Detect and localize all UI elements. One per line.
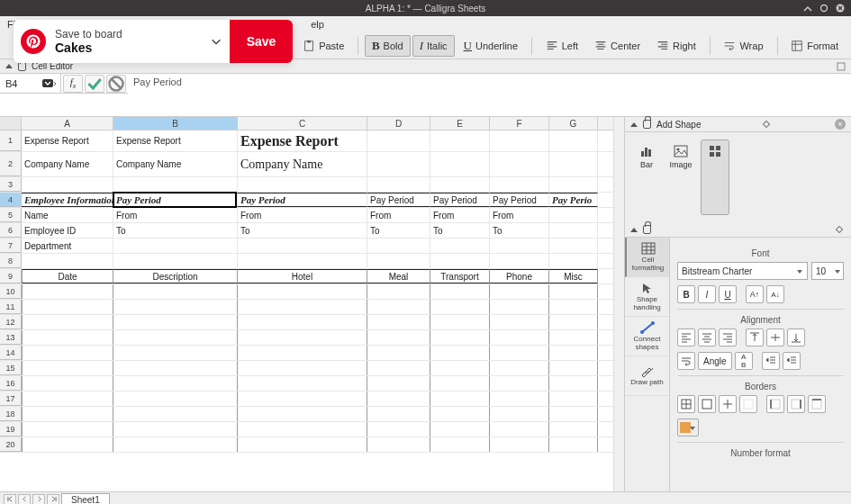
cell[interactable] <box>238 284 367 299</box>
menu-help[interactable]: elp <box>311 19 324 30</box>
cell[interactable] <box>549 361 598 375</box>
cell[interactable] <box>113 422 238 436</box>
row-header[interactable]: 2 <box>0 152 22 176</box>
cell[interactable]: Date <box>22 269 113 284</box>
row-header[interactable]: 20 <box>0 437 22 452</box>
cell[interactable] <box>430 254 490 268</box>
cell[interactable]: Phone <box>490 269 549 284</box>
valign-top-button[interactable] <box>746 328 764 346</box>
font-family-select[interactable]: Bitstream Charter <box>677 262 808 280</box>
cell[interactable] <box>238 330 367 345</box>
cell[interactable] <box>549 284 598 299</box>
border-top-button[interactable] <box>808 395 826 413</box>
cell[interactable] <box>238 238 367 253</box>
align-left-button[interactable]: Left <box>539 35 585 57</box>
cell[interactable] <box>367 254 430 268</box>
cell[interactable] <box>490 376 549 391</box>
cell[interactable] <box>549 376 598 391</box>
row-header[interactable]: 8 <box>0 254 22 268</box>
cell[interactable]: Meal <box>367 269 430 284</box>
col-header-g[interactable]: G <box>549 117 598 130</box>
expand-icon[interactable] <box>630 122 638 127</box>
font-underline-button[interactable]: U <box>719 285 737 303</box>
close-icon[interactable] <box>837 62 846 71</box>
cell[interactable] <box>549 152 598 176</box>
cell[interactable]: To <box>367 223 430 238</box>
cell[interactable] <box>430 407 490 421</box>
italic-button[interactable]: I Italic <box>412 35 455 57</box>
vertical-scrollbar[interactable] <box>613 117 624 491</box>
cell[interactable]: Pay Period <box>430 193 490 207</box>
detach-icon[interactable] <box>763 121 770 128</box>
cell[interactable] <box>113 346 238 360</box>
shape-image[interactable]: Image <box>666 140 695 215</box>
cell[interactable] <box>549 238 598 253</box>
cell[interactable] <box>113 392 238 406</box>
shape-grid[interactable] <box>701 140 729 215</box>
cell[interactable]: Company Name <box>113 152 238 176</box>
cell[interactable]: Pay Period <box>490 193 549 207</box>
cell[interactable] <box>490 346 549 360</box>
cell[interactable]: Pay Period <box>113 193 238 207</box>
cell[interactable] <box>238 177 367 192</box>
col-header-e[interactable]: E <box>430 117 490 130</box>
angle-button[interactable]: Angle <box>698 352 732 370</box>
cell[interactable] <box>549 392 598 406</box>
sheet-nav-last[interactable] <box>47 494 59 505</box>
cell[interactable] <box>367 407 430 421</box>
side-cell-formatting[interactable]: Cell formatting <box>625 238 669 277</box>
cell[interactable] <box>490 315 549 329</box>
halign-center-button[interactable] <box>698 328 716 346</box>
cell-reference-input[interactable]: B4 <box>0 74 61 94</box>
cell[interactable]: To <box>430 223 490 238</box>
cell[interactable] <box>113 300 238 314</box>
close-icon[interactable]: × <box>835 119 846 130</box>
cell[interactable] <box>367 392 430 406</box>
cell[interactable] <box>367 238 430 253</box>
row-header[interactable]: 9 <box>0 269 22 284</box>
cell[interactable] <box>113 407 238 421</box>
wrap-text-button[interactable] <box>677 352 695 370</box>
cell[interactable] <box>238 407 367 421</box>
row-header[interactable]: 18 <box>0 407 22 421</box>
cell[interactable]: Expense Report <box>113 130 238 151</box>
cell[interactable] <box>430 284 490 299</box>
cell[interactable]: Pay Period <box>367 193 430 207</box>
border-color-select[interactable] <box>677 418 699 436</box>
cell[interactable] <box>238 392 367 406</box>
cell[interactable] <box>22 422 113 436</box>
cell[interactable]: Pay Perio <box>549 193 598 207</box>
cell[interactable] <box>367 315 430 329</box>
function-button[interactable]: fx <box>63 75 83 93</box>
cell[interactable] <box>22 284 113 299</box>
cell[interactable] <box>430 437 490 452</box>
row-header[interactable]: 16 <box>0 376 22 391</box>
expand-icon[interactable] <box>5 64 13 68</box>
format-button[interactable]: Format <box>783 35 846 57</box>
accept-button[interactable] <box>85 75 104 93</box>
cell[interactable] <box>367 130 430 151</box>
halign-right-button[interactable] <box>719 328 737 346</box>
cell[interactable] <box>549 407 598 421</box>
cell[interactable] <box>490 361 549 375</box>
sheet-tab[interactable]: Sheet1 <box>61 493 110 505</box>
cell[interactable]: To <box>113 223 238 238</box>
bold-button[interactable]: B Bold <box>365 35 411 57</box>
cell[interactable] <box>113 315 238 329</box>
cell[interactable]: Employee ID <box>22 223 113 238</box>
cell[interactable]: To <box>490 223 549 238</box>
cell[interactable] <box>490 177 549 192</box>
col-header-b[interactable]: B <box>113 117 238 130</box>
cell[interactable] <box>430 392 490 406</box>
cell[interactable] <box>367 284 430 299</box>
cell[interactable] <box>430 177 490 192</box>
cell[interactable] <box>367 422 430 436</box>
cell[interactable]: Company Name <box>238 152 367 176</box>
cell[interactable] <box>22 254 113 268</box>
cell[interactable] <box>22 407 113 421</box>
paste-button[interactable]: Paste <box>295 35 351 57</box>
pinterest-board-select[interactable]: Save to board Cakes <box>14 22 203 60</box>
indent-increase-button[interactable] <box>783 352 801 370</box>
col-header-a[interactable]: A <box>22 117 113 130</box>
wrap-button[interactable]: Wrap <box>716 35 770 57</box>
